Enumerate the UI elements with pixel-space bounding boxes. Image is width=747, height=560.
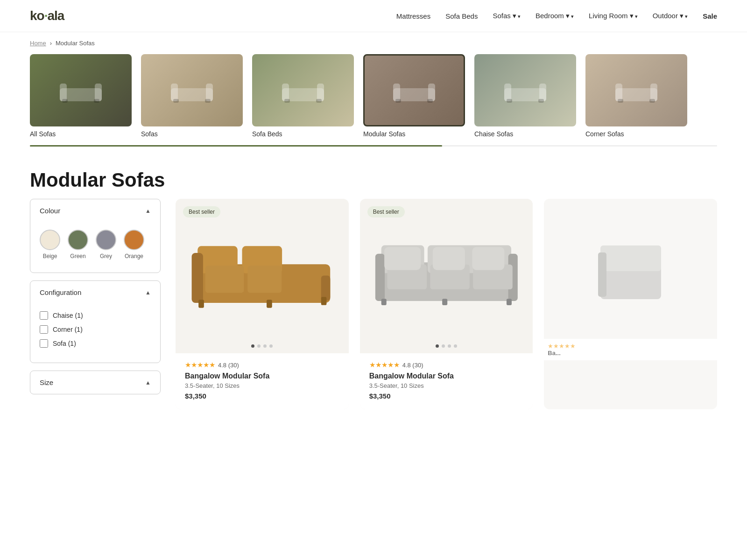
- partial-name: Ba...: [548, 350, 713, 357]
- partial-sofa: [598, 224, 663, 313]
- product-image-partial: [544, 199, 717, 339]
- config-checkbox-item[interactable]: Sofa (1): [40, 339, 151, 348]
- carousel-dot[interactable]: [442, 344, 445, 348]
- swatch-item: Green: [68, 230, 88, 259]
- colour-filter-label: Colour: [40, 207, 60, 215]
- product-description: 3.5-Seater, 10 Sizes: [185, 382, 339, 389]
- size-filter-header[interactable]: Size ▲: [30, 371, 160, 394]
- config-checkbox-item[interactable]: Corner (1): [40, 325, 151, 334]
- breadcrumb-separator: ›: [50, 40, 52, 47]
- carousel-dot[interactable]: [448, 344, 451, 348]
- nav-bedroom[interactable]: Bedroom ▾: [536, 12, 574, 20]
- category-item[interactable]: Corner Sofas: [585, 54, 687, 138]
- svg-rect-9: [205, 99, 211, 103]
- carousel-dot[interactable]: [263, 344, 267, 348]
- swatch-label: Green: [70, 253, 85, 259]
- swatch-label: Beige: [43, 253, 57, 259]
- svg-rect-28: [618, 99, 623, 103]
- carousel-dots: [360, 339, 533, 353]
- category-item[interactable]: Sofas: [141, 54, 243, 138]
- svg-rect-51: [472, 247, 504, 270]
- svg-rect-38: [198, 300, 204, 308]
- config-checkbox-label: Chaise (1): [53, 312, 83, 319]
- swatch-item: Orange: [124, 230, 144, 259]
- configuration-chevron-icon: ▲: [145, 289, 151, 296]
- svg-rect-50: [433, 247, 465, 270]
- configuration-filter-body: Chaise (1)Corner (1)Sofa (1): [30, 304, 160, 363]
- svg-rect-24: [538, 99, 544, 103]
- config-checkbox-item[interactable]: Chaise (1): [40, 311, 151, 320]
- category-item[interactable]: Modular Sofas: [363, 54, 465, 138]
- svg-rect-36: [205, 266, 244, 293]
- svg-rect-16: [393, 84, 400, 101]
- stars: ★★★★★: [185, 361, 215, 369]
- category-label: Corner Sofas: [585, 130, 687, 138]
- breadcrumb: Home › Modular Sofas: [0, 32, 747, 54]
- product-info: ★★★★★4.8 (30)Bangalow Modular Sofa3.5-Se…: [176, 353, 349, 409]
- carousel-dot[interactable]: [454, 344, 457, 348]
- page-title: Modular Sofas: [0, 154, 747, 199]
- svg-rect-27: [650, 84, 657, 101]
- nav-living-room[interactable]: Living Room ▾: [589, 12, 638, 20]
- svg-rect-54: [507, 299, 512, 305]
- svg-rect-17: [428, 84, 435, 101]
- sidebar: Colour ▲ BeigeGreenGreyOrange Configurat…: [30, 199, 161, 409]
- carousel-dot[interactable]: [269, 344, 273, 348]
- size-filter-label: Size: [40, 378, 53, 386]
- product-info: ★★★★★4.8 (30)Bangalow Modular Sofa3.5-Se…: [360, 353, 533, 409]
- svg-rect-4: [94, 99, 99, 103]
- nav-sofa-beds[interactable]: Sofa Beds: [445, 12, 478, 20]
- scroll-bar[interactable]: [30, 145, 717, 147]
- product-card[interactable]: Best seller: [360, 199, 533, 409]
- svg-rect-13: [284, 99, 290, 103]
- category-item[interactable]: Sofa Beds: [252, 54, 354, 138]
- svg-rect-37: [247, 266, 282, 293]
- svg-rect-40: [321, 297, 327, 305]
- config-checkbox[interactable]: [40, 325, 48, 334]
- carousel-dots: [176, 339, 349, 353]
- svg-rect-29: [649, 99, 655, 103]
- colour-swatch-green[interactable]: [68, 230, 88, 250]
- carousel-dot[interactable]: [436, 344, 439, 348]
- nav-sofas[interactable]: Sofas ▾: [493, 12, 521, 20]
- carousel-dot[interactable]: [257, 344, 261, 348]
- svg-rect-44: [375, 254, 385, 301]
- product-card[interactable]: Best seller ★★★★★4.8 (30): [176, 199, 349, 409]
- colour-swatch-grey[interactable]: [96, 230, 116, 250]
- colour-filter-body: BeigeGreenGreyOrange: [30, 222, 160, 273]
- svg-rect-11: [282, 84, 289, 101]
- svg-rect-12: [317, 84, 324, 101]
- swatch-label: Grey: [100, 253, 112, 259]
- product-image-area: [360, 199, 533, 339]
- product-name: Bangalow Modular Sofa: [185, 372, 339, 380]
- config-checkbox[interactable]: [40, 311, 48, 320]
- product-name: Bangalow Modular Sofa: [369, 372, 524, 380]
- product-price: $3,350: [369, 392, 524, 400]
- colour-filter: Colour ▲ BeigeGreenGreyOrange: [30, 199, 161, 273]
- colour-chevron-icon: ▲: [145, 208, 151, 214]
- carousel-dot[interactable]: [251, 344, 254, 348]
- partial-stars: ★★★★★: [548, 343, 713, 350]
- category-item[interactable]: Chaise Sofas: [474, 54, 576, 138]
- nav-mattresses[interactable]: Mattresses: [396, 12, 430, 20]
- colour-swatch-orange[interactable]: [124, 230, 144, 250]
- svg-rect-3: [62, 99, 68, 103]
- category-label: All Sofas: [30, 130, 132, 138]
- breadcrumb-home[interactable]: Home: [30, 40, 46, 47]
- svg-rect-22: [539, 84, 546, 101]
- colour-filter-header[interactable]: Colour ▲: [30, 199, 160, 222]
- star-row: ★★★★★4.8 (30): [185, 361, 339, 369]
- product-image-area: [176, 199, 349, 339]
- config-checkbox[interactable]: [40, 339, 48, 348]
- configuration-filter-header[interactable]: Configuration ▲: [30, 281, 160, 304]
- product-price: $3,350: [185, 392, 339, 400]
- svg-rect-34: [192, 253, 203, 303]
- nav-outdoor[interactable]: Outdoor ▾: [653, 12, 688, 20]
- category-label: Modular Sofas: [363, 130, 465, 138]
- logo[interactable]: ko·ala: [30, 8, 64, 23]
- config-checkbox-label: Sofa (1): [53, 340, 76, 347]
- nav-sale[interactable]: Sale: [703, 12, 717, 20]
- category-item[interactable]: All Sofas: [30, 54, 132, 138]
- best-seller-badge: Best seller: [367, 206, 405, 217]
- colour-swatch-beige[interactable]: [40, 230, 60, 250]
